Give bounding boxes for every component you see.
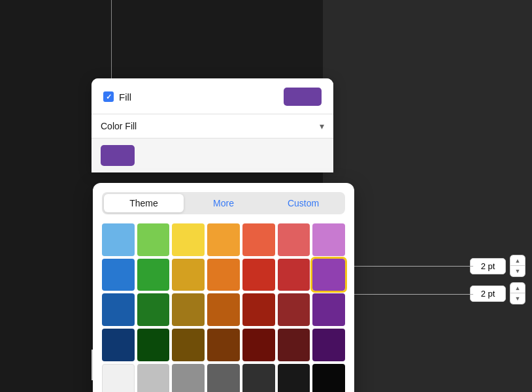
color-cell-3-4[interactable] bbox=[242, 329, 275, 361]
color-cell-4-2[interactable] bbox=[172, 364, 205, 392]
fill-label: Fill bbox=[119, 91, 131, 103]
color-cell-2-1[interactable] bbox=[137, 293, 170, 326]
color-cell-4-5[interactable] bbox=[278, 364, 310, 392]
color-cell-1-6[interactable] bbox=[312, 259, 345, 291]
color-cell-3-3[interactable] bbox=[207, 329, 240, 361]
current-color-swatch[interactable]: Theme More Custom bbox=[101, 145, 135, 166]
color-cell-2-0[interactable] bbox=[102, 293, 135, 326]
color-cell-0-6[interactable] bbox=[312, 223, 345, 256]
stepper-2-buttons: ▲ ▼ bbox=[510, 282, 525, 304]
color-cell-3-5[interactable] bbox=[278, 329, 310, 361]
color-cell-1-1[interactable] bbox=[137, 259, 170, 291]
color-cell-0-4[interactable] bbox=[242, 223, 275, 256]
color-cell-2-5[interactable] bbox=[278, 293, 310, 326]
color-cell-2-2[interactable] bbox=[172, 293, 205, 326]
fill-left: Fill bbox=[103, 91, 131, 103]
tab-custom[interactable]: Custom bbox=[263, 194, 343, 212]
color-cell-3-0[interactable] bbox=[102, 329, 135, 361]
color-cell-0-0[interactable] bbox=[102, 223, 135, 256]
stepper-2-up[interactable]: ▲ bbox=[510, 283, 525, 293]
fill-checkbox[interactable] bbox=[103, 91, 114, 102]
color-cell-0-5[interactable] bbox=[278, 223, 310, 256]
stepper-1-value: 2 pt bbox=[470, 258, 506, 274]
tab-theme[interactable]: Theme bbox=[104, 194, 184, 212]
fill-row: Fill bbox=[91, 78, 333, 114]
color-cell-4-3[interactable] bbox=[207, 364, 240, 392]
color-cell-4-1[interactable] bbox=[137, 364, 170, 392]
swatch-row: Theme More Custom bbox=[91, 139, 333, 172]
color-cell-1-4[interactable] bbox=[242, 259, 275, 291]
stepper-1-down[interactable]: ▼ bbox=[510, 266, 525, 276]
fill-panel: Fill Color Fill ▾ Theme More Custom bbox=[91, 78, 333, 172]
stepper-2-value: 2 pt bbox=[470, 286, 506, 302]
stepper-row-2: 2 pt ▲ ▼ bbox=[470, 282, 525, 304]
right-controls: 2 pt ▲ ▼ 2 pt ▲ ▼ bbox=[470, 255, 525, 310]
stepper-1-buttons: ▲ ▼ bbox=[510, 255, 525, 277]
background-dark bbox=[323, 0, 532, 392]
color-cell-1-5[interactable] bbox=[278, 259, 310, 291]
color-cell-2-3[interactable] bbox=[207, 293, 240, 326]
color-fill-dropdown[interactable]: Color Fill ▾ bbox=[91, 114, 333, 139]
color-picker-popup: Theme More Custom bbox=[93, 183, 354, 392]
color-cell-0-1[interactable] bbox=[137, 223, 170, 256]
tab-more[interactable]: More bbox=[184, 194, 263, 212]
color-cell-3-6[interactable] bbox=[312, 329, 345, 361]
color-cell-0-2[interactable] bbox=[172, 223, 205, 256]
stepper-1-up[interactable]: ▲ bbox=[510, 255, 525, 266]
stepper-2-down[interactable]: ▼ bbox=[510, 293, 525, 304]
color-cell-4-4[interactable] bbox=[242, 364, 275, 392]
color-cell-0-3[interactable] bbox=[207, 223, 240, 256]
stepper-row-1: 2 pt ▲ ▼ bbox=[470, 255, 525, 277]
color-cell-1-2[interactable] bbox=[172, 259, 205, 291]
tab-bar: Theme More Custom bbox=[102, 192, 345, 214]
color-cell-3-1[interactable] bbox=[137, 329, 170, 361]
dropdown-arrow-icon: ▾ bbox=[320, 121, 324, 131]
fill-color-swatch[interactable] bbox=[284, 88, 322, 106]
color-fill-label: Color Fill bbox=[101, 121, 137, 131]
color-cell-4-0[interactable] bbox=[102, 364, 135, 392]
color-cell-2-6[interactable] bbox=[312, 293, 345, 326]
color-cell-1-3[interactable] bbox=[207, 259, 240, 291]
color-cell-2-4[interactable] bbox=[242, 293, 275, 326]
color-cell-1-0[interactable] bbox=[102, 259, 135, 291]
color-cell-4-6[interactable] bbox=[312, 364, 345, 392]
connector-line-top bbox=[111, 0, 112, 82]
color-grid bbox=[102, 223, 345, 392]
color-cell-3-2[interactable] bbox=[172, 329, 205, 361]
